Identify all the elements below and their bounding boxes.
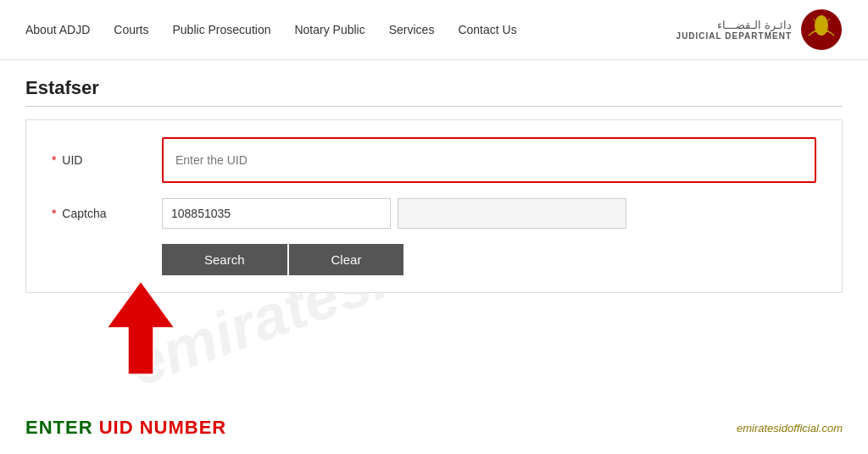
svg-marker-5 — [107, 281, 175, 374]
form-container: * UID * Captcha Search Clear — [25, 119, 843, 293]
clear-button[interactable]: Clear — [289, 244, 404, 275]
nav-contact[interactable]: Contact Us — [458, 23, 516, 36]
captcha-row: * Captcha — [52, 198, 816, 229]
uid-number-word: UID NUMBER — [99, 417, 227, 438]
uid-input[interactable] — [165, 141, 813, 180]
nav-services[interactable]: Services — [389, 23, 435, 36]
form-buttons: Search Clear — [162, 244, 816, 275]
logo-emblem-icon — [800, 8, 843, 51]
page-title: Estafser — [25, 77, 843, 107]
nav-prosecution[interactable]: Public Prosecution — [173, 23, 271, 36]
search-button[interactable]: Search — [162, 244, 287, 275]
logo-text: دائـرة الـقضـــاء JUDICIAL DEPARTMENT — [676, 19, 792, 41]
logo-arabic: دائـرة الـقضـــاء — [676, 19, 792, 31]
captcha-input[interactable] — [162, 198, 391, 229]
captcha-required-star: * — [52, 207, 56, 220]
uid-input-wrapper — [162, 137, 816, 183]
site-credit: emiratesidofficial.com — [737, 422, 843, 435]
captcha-fields — [162, 198, 626, 229]
main-content: Estafser * UID * Captcha — [0, 60, 868, 310]
bottom-section: ENTER UID NUMBER emiratesidofficial.com — [0, 417, 868, 439]
arrow-pointer — [94, 277, 187, 382]
navigation: About ADJD Courts Public Prosecution Not… — [25, 23, 517, 36]
nav-about[interactable]: About ADJD — [25, 23, 90, 36]
nav-notary[interactable]: Notary Public — [294, 23, 364, 36]
enter-word: ENTER — [25, 417, 93, 438]
uid-row: * UID — [52, 137, 816, 183]
captcha-image — [398, 198, 626, 229]
logo-section: دائـرة الـقضـــاء JUDICIAL DEPARTMENT — [676, 8, 843, 51]
uid-required-star: * — [52, 153, 56, 167]
header: About ADJD Courts Public Prosecution Not… — [0, 0, 868, 60]
logo-english: JUDICIAL DEPARTMENT — [676, 31, 792, 41]
captcha-label: * Captcha — [52, 207, 162, 220]
uid-label: * UID — [52, 153, 162, 167]
enter-uid-label: ENTER UID NUMBER — [25, 417, 226, 439]
nav-courts[interactable]: Courts — [114, 23, 148, 36]
